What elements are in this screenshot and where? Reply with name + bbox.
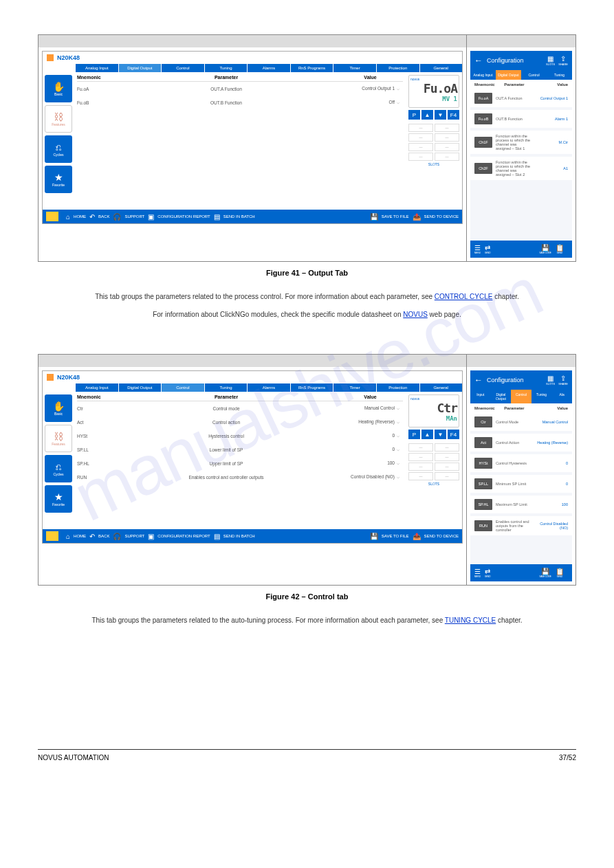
upload-button[interactable]: 📋SEND — [556, 244, 564, 254]
p-button[interactable]: P — [408, 110, 420, 120]
tab-analog-input[interactable]: Analog Input — [76, 64, 118, 72]
tab-protection[interactable]: Protection — [377, 383, 419, 392]
param-row[interactable]: SP.HLUpper limit of SP100⌵ — [77, 456, 403, 470]
back-icon[interactable]: ← — [474, 56, 483, 65]
param-row[interactable]: Fu.oBOUT.B FunctionAlarm 1 — [470, 110, 572, 128]
control-cycle-text: This tab groups the parameters related t… — [38, 291, 576, 303]
support-button[interactable]: 🎧 — [113, 213, 121, 221]
tab-general[interactable]: General — [420, 383, 463, 392]
hand-icon: ✋ — [53, 81, 65, 92]
tab-digital-output[interactable]: Digital Output — [119, 64, 162, 72]
param-row[interactable]: ActControl ActionHeating (Reverse) — [470, 434, 572, 452]
menu-button[interactable]: ☰MENU — [474, 244, 481, 254]
param-row[interactable]: Ch2FFunction within the process to which… — [470, 157, 572, 180]
tab-protection[interactable]: Protection — [377, 64, 419, 72]
sidebar-favorite[interactable]: ★Favorite — [45, 485, 72, 513]
send-button[interactable]: 📤 — [413, 213, 421, 221]
figure-41-caption: Figure 41 – Output Tab — [38, 269, 576, 277]
logo-icon — [46, 212, 58, 221]
col-value: Value — [338, 75, 403, 80]
save-button[interactable]: 💾SAVE CONF. — [539, 244, 551, 254]
star-icon: ★ — [54, 172, 63, 183]
param-row[interactable]: Ch1FFunction within the process to which… — [470, 131, 572, 154]
param-row[interactable]: CtrControl modeManual Control⌵ — [77, 401, 403, 415]
tab-alarms[interactable]: Alarms — [248, 64, 290, 72]
tuning-cycle-link[interactable]: TUNING CYCLE — [445, 616, 496, 624]
sync-button[interactable]: ⇄SEND — [485, 244, 490, 254]
mobile-app-41: ←Configuration ▦SLOTS ⇪SHARE Analog Inpu… — [470, 51, 572, 258]
mtab[interactable]: Input — [470, 390, 491, 403]
desktop-app-42: N20K48 Analog InputDigital OutputControl… — [42, 370, 463, 544]
tab-control[interactable]: Control — [162, 383, 204, 392]
col-parameter: Parameter — [115, 75, 338, 80]
param-row[interactable]: SP.LLMinimum SP Limit0 — [470, 475, 572, 493]
novus-text: For information about ClickNGo modules, … — [38, 309, 576, 321]
mtab[interactable]: Tuning — [547, 70, 572, 80]
mtab[interactable]: Tuning — [531, 390, 552, 403]
mtab[interactable]: Control — [521, 70, 547, 80]
tab-timer[interactable]: Timer — [333, 64, 376, 72]
tab-rns-programs[interactable]: RnS Programs — [291, 64, 333, 72]
mtab[interactable]: Digital Output — [491, 390, 512, 403]
param-row[interactable]: SP.HLMaximum SP Limit100 — [470, 496, 572, 513]
mtab[interactable]: Analog Input — [470, 70, 496, 80]
desktop-app-41: N20K48 Analog InputDigital OutputControl… — [42, 51, 463, 224]
sidebar-favorite[interactable]: ★Favorite — [45, 166, 72, 193]
network-icon: ⛓ — [54, 111, 63, 122]
novus-link[interactable]: NOVUS — [403, 311, 428, 318]
param-row[interactable]: HYStHysteresis control0⌵ — [77, 429, 403, 443]
footer-brand: NOVUS AUTOMATION — [38, 754, 109, 761]
param-row[interactable]: RUNEnables control and outputs from the … — [470, 516, 572, 535]
tab-rns-programs[interactable]: RnS Programs — [291, 383, 333, 392]
sidebar-cycles[interactable]: ⎌Cycles — [45, 135, 72, 163]
mtab[interactable]: Ala — [551, 390, 572, 403]
param-row[interactable]: Fu.oAOUT.A FunctionControl Output 1 — [470, 89, 572, 107]
control-cycle-link[interactable]: CONTROL CYCLE — [435, 293, 493, 300]
param-row[interactable]: Fu.oBOUT.B FunctionOff⌵ — [77, 96, 403, 109]
param-row[interactable]: SP.LLLower limit of SP0⌵ — [77, 443, 403, 456]
flow-icon: ⎌ — [56, 142, 61, 153]
sidebar-features[interactable]: ⛓Features — [45, 425, 72, 452]
batch-button[interactable]: ▤ — [214, 213, 220, 221]
param-row[interactable]: CtrControl ModeManual Control — [470, 413, 572, 431]
figure-41-container: N20K48 Analog InputDigital OutputControl… — [38, 34, 576, 262]
up-button[interactable]: ▲ — [421, 110, 433, 120]
tab-analog-input[interactable]: Analog Input — [76, 383, 118, 392]
tab-tuning[interactable]: Tuning — [205, 64, 248, 72]
down-button[interactable]: ▼ — [435, 110, 446, 120]
figure-42-caption: Figure 42 – Control tab — [38, 592, 576, 601]
sidebar-basic[interactable]: ✋Basic — [45, 394, 72, 422]
f4-button[interactable]: F4 — [448, 110, 459, 120]
sidebar-features[interactable]: ⛓Features — [45, 105, 72, 133]
tab-digital-output[interactable]: Digital Output — [119, 383, 162, 392]
home-button[interactable]: ⌂ — [66, 213, 70, 221]
slots-button[interactable]: ▦SLOTS — [546, 55, 555, 66]
app-title: N20K48 — [57, 54, 80, 61]
page-number: 37/52 — [559, 754, 576, 761]
tab-general[interactable]: General — [420, 64, 463, 72]
sidebar-cycles[interactable]: ⎌Cycles — [45, 455, 72, 482]
param-row[interactable]: ActControl actionHeating (Reverse)⌵ — [77, 415, 403, 429]
report-button[interactable]: ▣ — [148, 213, 154, 221]
tab-timer[interactable]: Timer — [333, 383, 376, 392]
param-row[interactable]: RUNEnables control and controller output… — [77, 470, 403, 484]
param-row[interactable]: Fu.oAOUT.A FunctionControl Output 1⌵ — [77, 82, 403, 96]
param-row[interactable]: HYStControl Hysteresis0 — [470, 454, 572, 472]
col-mnemonic: Mnemonic — [77, 75, 115, 80]
back-button[interactable]: ↶ — [89, 213, 95, 221]
tab-alarms[interactable]: Alarms — [248, 383, 290, 392]
save-button[interactable]: 💾 — [370, 213, 378, 221]
tab-control[interactable]: Control — [162, 64, 204, 72]
mtab[interactable]: Digital Output — [496, 70, 521, 80]
tuning-cycle-text: This tab groups the parameters related t… — [38, 614, 576, 627]
tab-tuning[interactable]: Tuning — [205, 383, 248, 392]
share-button[interactable]: ⇪SHARE — [558, 55, 568, 66]
figure-42-container: N20K48 Analog InputDigital OutputControl… — [38, 354, 576, 586]
mtab[interactable]: Control — [511, 390, 531, 403]
mobile-app-42: ←Configuration ▦SLOTS ⇪SHARE InputDigita… — [470, 370, 572, 581]
sidebar-basic[interactable]: ✋Basic — [45, 75, 72, 102]
